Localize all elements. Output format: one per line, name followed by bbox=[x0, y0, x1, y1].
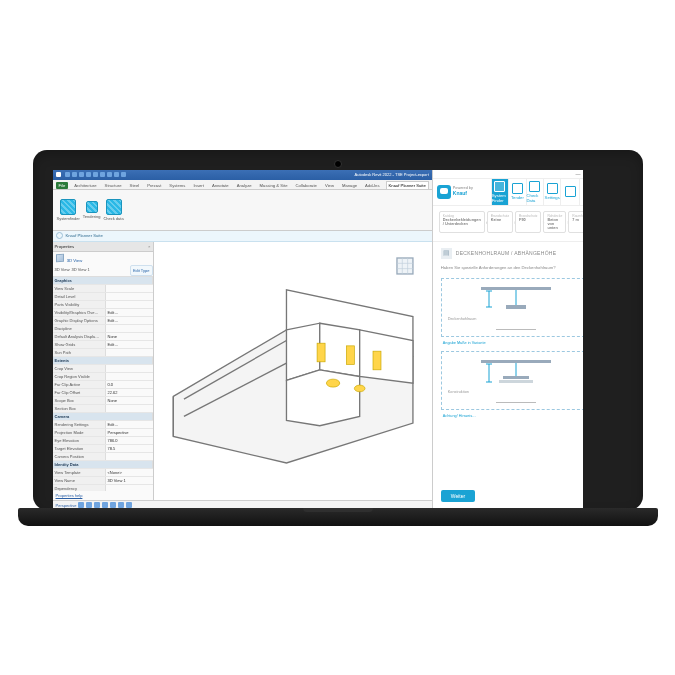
ribbon-tab[interactable]: Systems bbox=[167, 182, 187, 189]
ribbon-body: Systemfinder Tendering Check data bbox=[53, 190, 432, 231]
revit-host-window: Autodesk Revit 2022 - TSE Project-export… bbox=[53, 170, 433, 510]
prop-row[interactable]: Crop View bbox=[53, 365, 153, 373]
section-icon: ▤ bbox=[441, 248, 452, 259]
prop-row[interactable]: View Scale bbox=[53, 285, 153, 293]
measure-input-1[interactable] bbox=[496, 324, 536, 330]
suspension-icon bbox=[481, 358, 551, 388]
mail-icon bbox=[565, 186, 576, 197]
prop-row[interactable]: Graphic Display OptionsEdit… bbox=[53, 317, 153, 325]
ribbon-btn-systemfinder[interactable]: Systemfinder bbox=[57, 199, 80, 221]
ribbon-tab[interactable]: Annotate bbox=[210, 182, 231, 189]
crumb-katalog[interactable]: KatalogDeckenbekleidungen / Unterdecken bbox=[439, 211, 485, 233]
prop-row[interactable]: Parts Visibility bbox=[53, 301, 153, 309]
ribbon-tab[interactable]: Architecture bbox=[72, 182, 98, 189]
svg-rect-2 bbox=[373, 351, 381, 370]
options-bar: Knauf Planner Suite bbox=[53, 231, 432, 242]
variant-link[interactable]: Angabe Maße in Variante bbox=[443, 341, 583, 345]
bear-icon bbox=[437, 185, 451, 199]
tab-info[interactable] bbox=[579, 179, 582, 205]
crumb-raumhoehe[interactable]: Raumhöhe7 m bbox=[568, 211, 582, 233]
prop-category: Extents bbox=[53, 357, 153, 365]
prop-row[interactable]: Show GridsEdit… bbox=[53, 341, 153, 349]
minimize-icon[interactable]: — bbox=[575, 171, 580, 177]
laptop-base bbox=[18, 508, 658, 526]
file-tab[interactable]: File bbox=[56, 182, 69, 189]
view-type-card[interactable]: 3D View bbox=[53, 252, 153, 265]
prop-row[interactable]: View Template<None> bbox=[53, 469, 153, 477]
ribbon-tabs[interactable]: File Architecture Structure Steel Precas… bbox=[53, 180, 432, 190]
ribbon-tab[interactable]: Add-Ins bbox=[363, 182, 381, 189]
prop-row[interactable]: View Name3D View 1 bbox=[53, 477, 153, 485]
crumb-brandschutz[interactable]: BrandschutzKeine bbox=[487, 211, 513, 233]
measure-caption: Konstruktion bbox=[448, 390, 469, 394]
ribbon-tab[interactable]: Precast bbox=[145, 182, 163, 189]
prop-row[interactable]: Visibility/Graphics Ove…Edit… bbox=[53, 309, 153, 317]
crumb-f90[interactable]: BrandschutzF90 bbox=[515, 211, 541, 233]
ribbon-btn-checkdata[interactable]: Check data bbox=[103, 199, 123, 221]
prop-category: Identity Data bbox=[53, 461, 153, 469]
prop-row[interactable]: Scope BoxNone bbox=[53, 397, 153, 405]
svg-point-3 bbox=[326, 379, 339, 387]
ribbon-tab[interactable]: Analyze bbox=[235, 182, 254, 189]
properties-help-link[interactable]: Properties help bbox=[53, 491, 153, 500]
ribbon-tab[interactable]: Insert bbox=[191, 182, 205, 189]
plugin-footer: Weiter bbox=[433, 482, 583, 510]
section-hint: Haben Sie spezielle Anforderungen an den… bbox=[441, 265, 583, 270]
prop-row[interactable]: Eye Elevation786.0 bbox=[53, 437, 153, 445]
ribbon-tab[interactable]: Collaborate bbox=[294, 182, 319, 189]
plugin-logo: Powered by Knauf bbox=[433, 179, 491, 205]
prop-row[interactable]: Far Clip Active0.0 bbox=[53, 381, 153, 389]
edit-type-button[interactable]: Edit Type bbox=[130, 265, 153, 276]
ribbon-tab[interactable]: Steel bbox=[128, 182, 142, 189]
prop-row[interactable]: Far Clip Offset22.62 bbox=[53, 389, 153, 397]
prop-row[interactable]: Section Box bbox=[53, 405, 153, 413]
prop-row[interactable]: Discipline bbox=[53, 325, 153, 333]
tab-tender[interactable]: Tender bbox=[508, 179, 525, 205]
tab-check-data[interactable]: Check Data bbox=[526, 179, 543, 205]
plugin-header: Powered by Knauf System Finder Tender bbox=[433, 179, 583, 206]
ribbon-tab[interactable]: View bbox=[323, 182, 336, 189]
prop-row[interactable]: Target Elevation78.5 bbox=[53, 445, 153, 453]
prop-row[interactable]: Crop Region Visible bbox=[53, 373, 153, 381]
measure-input-2[interactable] bbox=[496, 397, 536, 403]
ribbon-tab[interactable]: Manage bbox=[340, 182, 359, 189]
properties-panel: Properties × 3D View 3D View: 3D View 1 … bbox=[53, 242, 154, 500]
next-button[interactable]: Weiter bbox=[441, 490, 475, 502]
revit-titlebar: Autodesk Revit 2022 - TSE Project-export bbox=[53, 170, 432, 180]
svg-rect-11 bbox=[503, 376, 529, 379]
properties-list: GraphicsView ScaleDetail LevelParts Visi… bbox=[53, 277, 153, 491]
footer-hint-link[interactable]: Achtung! Hinweis… bbox=[443, 414, 583, 418]
svg-rect-9 bbox=[481, 360, 551, 363]
svg-rect-12 bbox=[499, 380, 533, 383]
type-selector[interactable]: 3D View: 3D View 1 Edit Type bbox=[53, 265, 153, 277]
properties-header: Properties × bbox=[53, 242, 153, 252]
crumb-rohdecke[interactable]: RohdeckeBeton von unten bbox=[543, 211, 566, 233]
close-icon[interactable]: × bbox=[148, 244, 151, 249]
prop-row[interactable]: Sun Path bbox=[53, 349, 153, 357]
ribbon-btn-tendering[interactable]: Tendering bbox=[83, 201, 101, 219]
prop-row[interactable]: Projection ModePerspective bbox=[53, 429, 153, 437]
revit-title: Autodesk Revit 2022 - TSE Project-export bbox=[355, 172, 429, 177]
status-label: Perspective bbox=[56, 503, 77, 508]
tab-mail[interactable] bbox=[560, 179, 579, 205]
breadcrumb: KatalogDeckenbekleidungen / Unterdecken … bbox=[433, 206, 583, 242]
ribbon-tab[interactable]: Structure bbox=[103, 182, 124, 189]
search-icon bbox=[494, 181, 505, 192]
3d-viewport[interactable] bbox=[154, 242, 432, 500]
quick-access-toolbar[interactable] bbox=[65, 172, 126, 177]
svg-rect-5 bbox=[396, 257, 412, 273]
ribbon-tab-knauf[interactable]: Knauf Planner Suite bbox=[386, 181, 429, 189]
ribbon-tab[interactable]: Massing & Site bbox=[258, 182, 290, 189]
tab-settings[interactable]: Settings bbox=[543, 179, 560, 205]
prop-row[interactable]: Camera Position bbox=[53, 453, 153, 461]
viewcube-icon bbox=[396, 257, 412, 273]
measure-caption: Deckenhohlraum bbox=[448, 317, 477, 321]
svg-point-4 bbox=[354, 385, 365, 392]
svg-rect-0 bbox=[317, 343, 325, 362]
prop-row[interactable]: Rendering SettingsEdit… bbox=[53, 421, 153, 429]
svg-rect-6 bbox=[481, 287, 551, 290]
tab-system-finder[interactable]: System Finder bbox=[491, 179, 508, 205]
plugin-titlebar: — ☐ × bbox=[433, 170, 583, 179]
prop-row[interactable]: Default Analysis Displa…None bbox=[53, 333, 153, 341]
prop-row[interactable]: Detail Level bbox=[53, 293, 153, 301]
